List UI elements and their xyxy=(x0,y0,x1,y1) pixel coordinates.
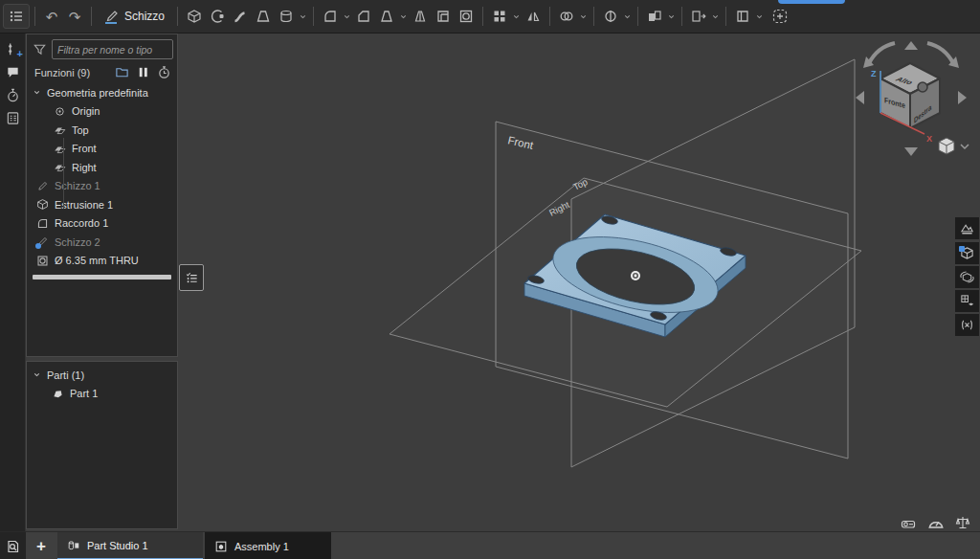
history-button[interactable] xyxy=(0,83,25,106)
plane-icon xyxy=(54,161,66,173)
revolve-button[interactable] xyxy=(206,4,229,29)
chevron-down-icon[interactable] xyxy=(961,145,969,148)
tree-item-sketch2[interactable]: Schizzo 2 xyxy=(27,233,177,252)
modify-parts-button[interactable] xyxy=(643,4,666,29)
extrude-button[interactable] xyxy=(183,4,206,29)
tree-item-fillet1[interactable]: Raccordo 1 xyxy=(27,214,177,234)
viewport-canvas[interactable]: Front Top Right xyxy=(177,34,980,531)
variables-button[interactable] xyxy=(954,313,980,337)
move-face-button[interactable] xyxy=(687,4,710,29)
suppress-pause-icon[interactable] xyxy=(136,65,150,79)
filter-funnel-icon[interactable] xyxy=(33,42,47,56)
chevron-down-icon[interactable] xyxy=(299,12,307,21)
feature-list-icon xyxy=(9,9,24,24)
sketch-button[interactable]: Schizzo xyxy=(97,4,172,29)
split-button[interactable] xyxy=(599,4,622,29)
mirror-button[interactable] xyxy=(522,4,545,29)
gauge-icon[interactable] xyxy=(927,514,945,531)
rollback-clock-icon[interactable] xyxy=(157,65,171,79)
sweep-icon xyxy=(233,9,248,24)
hole-button[interactable] xyxy=(455,4,478,29)
draft-button[interactable] xyxy=(375,4,398,29)
custom-feature-button[interactable] xyxy=(768,4,791,29)
custom-feature-icon xyxy=(772,9,788,24)
chevron-down-icon[interactable] xyxy=(623,12,632,21)
tree-item-label: Schizzo 1 xyxy=(55,180,100,191)
part-studio-icon xyxy=(67,539,80,552)
chevron-down-icon[interactable] xyxy=(711,12,720,21)
active-document-indicator xyxy=(778,0,845,4)
chamfer-button[interactable] xyxy=(352,4,375,29)
roll-cw-arrow[interactable] xyxy=(927,43,953,63)
chevron-down-icon[interactable] xyxy=(33,370,41,379)
tree-item-top-plane[interactable]: Top xyxy=(27,121,177,140)
display-states-button[interactable] xyxy=(954,289,980,313)
chevron-down-icon[interactable] xyxy=(512,12,521,21)
roll-ccw-arrow[interactable] xyxy=(869,43,895,63)
tape-measure-icon[interactable] xyxy=(901,516,916,531)
toolbar-divider xyxy=(681,7,682,26)
chevron-down-icon[interactable] xyxy=(667,12,676,21)
insert-feature-button[interactable]: + xyxy=(0,37,25,60)
rollback-handle-button[interactable] xyxy=(179,264,204,291)
insert-panel-button[interactable] xyxy=(954,241,980,265)
tree-item-front-plane[interactable]: Front xyxy=(27,140,177,159)
boolean-button[interactable] xyxy=(555,4,578,29)
part-item[interactable]: Part 1 xyxy=(27,385,177,404)
chevron-down-icon[interactable] xyxy=(755,12,764,21)
chevron-down-icon[interactable] xyxy=(343,12,351,21)
tree-item-hole[interactable]: Ø 6.35 mm THRU xyxy=(27,252,177,271)
view-options-button[interactable] xyxy=(939,138,969,154)
origin-marker[interactable] xyxy=(631,271,640,280)
new-folder-icon[interactable] xyxy=(115,65,129,79)
rollback-bar[interactable] xyxy=(33,275,171,280)
fillet-button[interactable] xyxy=(319,4,342,29)
tree-item-default-geometry[interactable]: Geometria predefinita xyxy=(27,83,177,102)
loft-icon xyxy=(256,9,271,24)
undo-icon: ↶ xyxy=(46,10,58,24)
tab-label: Part Studio 1 xyxy=(87,540,148,551)
surface-tools-button[interactable] xyxy=(731,4,754,29)
left-icon-strip: + xyxy=(0,34,26,531)
parts-header-row[interactable]: Parti (1) xyxy=(27,366,177,385)
named-views-button[interactable] xyxy=(954,265,980,289)
tree-item-origin[interactable]: Origin xyxy=(27,102,177,122)
tree-item-sketch1[interactable]: Schizzo 1 xyxy=(27,177,177,196)
tab-bar: + Part Studio 1 Assembly 1 xyxy=(0,531,980,559)
search-tabs-button[interactable] xyxy=(0,532,26,559)
rib-button[interactable] xyxy=(409,4,432,29)
shell-button[interactable] xyxy=(432,4,455,29)
view-cube[interactable]: Alto Fronte Destra Z X xyxy=(856,41,969,156)
hole-feature-icon xyxy=(36,255,49,267)
z-axis-label: Z xyxy=(871,69,877,78)
linear-pattern-button[interactable] xyxy=(488,4,511,29)
sweep-button[interactable] xyxy=(229,4,252,29)
main-toolbar: ↶ ↷ Schizzo xyxy=(0,0,980,34)
notes-panel-button[interactable] xyxy=(0,106,25,129)
mass-properties-icon[interactable] xyxy=(955,515,970,530)
view-cube-corner[interactable] xyxy=(918,82,927,92)
loft-button[interactable] xyxy=(252,4,275,29)
render-options-button[interactable] xyxy=(954,216,980,240)
rib-icon xyxy=(412,9,428,24)
tree-guideline xyxy=(63,138,64,209)
comments-button[interactable] xyxy=(0,60,25,83)
chevron-down-icon[interactable] xyxy=(579,12,588,21)
tab-part-studio-1[interactable]: Part Studio 1 xyxy=(57,532,203,559)
feature-list-toggle-button[interactable] xyxy=(3,4,30,29)
tab-assembly-1[interactable]: Assembly 1 xyxy=(205,532,331,559)
chevron-down-icon[interactable] xyxy=(399,12,408,21)
add-tab-button[interactable]: + xyxy=(29,532,54,559)
tree-item-label: Origin xyxy=(72,105,100,117)
tree-item-extrude1[interactable]: Estrusione 1 xyxy=(27,195,177,214)
blue-chip xyxy=(959,246,965,252)
filter-input[interactable] xyxy=(52,39,173,59)
tree-item-right-plane[interactable]: Right xyxy=(27,158,177,177)
chevron-down-icon[interactable] xyxy=(33,88,41,97)
extrude-icon xyxy=(187,9,202,24)
plus-icon: + xyxy=(17,49,23,59)
undo-button[interactable]: ↶ xyxy=(40,4,63,29)
redo-button[interactable]: ↷ xyxy=(63,4,86,29)
toolbar-divider xyxy=(725,7,726,26)
thicken-button[interactable] xyxy=(275,4,298,29)
